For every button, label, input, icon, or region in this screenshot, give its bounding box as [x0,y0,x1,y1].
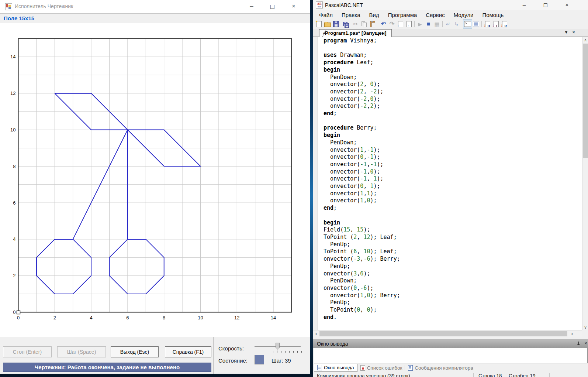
menu-item-file[interactable]: Файл [315,12,337,18]
document-icon [408,365,413,371]
menu-item-help[interactable]: Помощь [478,12,508,18]
menu-item-view[interactable]: Вид [365,12,384,18]
code-line: begin [324,66,578,74]
close-icon[interactable]: × [562,1,572,8]
save-all-icon[interactable] [340,20,349,28]
format-back-icon[interactable]: ↵ [444,20,452,28]
minimize-icon[interactable]: – [519,1,529,8]
ide-window-title: PascalABC.NET [325,2,363,8]
code-line: program Vishnya; [324,37,578,45]
output-panel-header: Окно вывода × [313,339,588,348]
tab-list-dropdown-icon[interactable]: ▼ [563,30,569,34]
code-line: end. [324,314,578,321]
error-list-icon [360,365,365,371]
code-line: onvector(1,1); [324,190,578,198]
step-button[interactable]: Шаг (Space) [57,346,106,357]
menu-item-service[interactable]: Сервис [421,12,449,18]
code-line: onvector(3,6); [324,270,578,278]
editor-vertical-scrollbar[interactable]: ∧ ∨ [582,37,588,330]
code-line: onvector(0, 1); [324,183,578,190]
figure-berry-1 [37,239,91,294]
output-console[interactable] [314,348,588,363]
code-line: ToPoint (6, 10); Leaf; [324,248,578,256]
svg-text:10: 10 [198,315,203,321]
slider-tick [277,351,277,353]
goto-next-icon[interactable]: → [405,20,413,28]
tab-close-icon[interactable]: × [571,29,577,35]
code-line: PenDown; [324,139,578,147]
stop-icon[interactable]: ■ [424,20,433,28]
slider-tick [301,351,302,353]
menu-item-program[interactable]: Программа [384,12,422,18]
format-fwd-icon[interactable]: ↳ [452,20,461,28]
redo-icon[interactable]: ↷ [388,20,396,28]
svg-text:4: 4 [90,315,92,321]
new-file-icon[interactable]: ✦ [315,20,323,28]
svg-text:0: 0 [13,309,15,315]
lmachine-module-icon[interactable]: ↓L [491,20,500,28]
scroll-left-icon[interactable]: ‹ [313,330,319,337]
maximize-icon[interactable]: ◻ [267,3,278,10]
code-line: onvector(2, 0); [324,81,578,88]
output-window-icon[interactable] [472,20,480,28]
menu-item-edit[interactable]: Правка [337,12,365,18]
toolbar-separator [378,21,378,27]
run-icon[interactable]: ▶ [416,20,424,28]
svg-text:0: 0 [17,315,20,321]
slider-tick [293,351,294,353]
close-icon[interactable]: × [288,3,299,10]
status-banner: Чертежник: Работа окончена, задание не в… [3,363,211,372]
drawman-control-panel: Стоп (Enter)Шаг (Space)Выход (Esc)Справк… [0,337,310,374]
copy-icon[interactable] [360,20,368,28]
svg-text:12: 12 [10,90,15,96]
pin-icon[interactable] [577,342,581,346]
cursor-column-indicator: Столбец 19 [509,373,535,377]
svg-text:2: 2 [13,273,15,278]
minimize-icon[interactable]: – [246,3,257,10]
document-icon [317,365,322,370]
code-text: program Vishnya; uses Drawman;procedure … [324,37,578,329]
pascalabc-window: ABnet PascalABC.NET – ◻ × ФайлПравкаВидП… [313,0,588,377]
save-icon[interactable] [332,20,340,28]
slider-tick [261,351,261,353]
field-size-label: Поле 15x15 [4,15,34,21]
vertical-scroll-thumb[interactable] [583,44,588,158]
console-window-icon[interactable]: >_ [463,20,472,28]
status-separator [473,373,474,377]
code-line: onvector(2, -2); [324,88,578,96]
drawman-module-icon[interactable]: ↓D [483,20,491,28]
editor-horizontal-scrollbar[interactable]: ‹ › [313,330,582,337]
code-line: begin [324,219,578,227]
menu-item-modules[interactable]: Модули [449,12,478,18]
breakpoints-icon[interactable]: ▦ [433,20,441,28]
tab-output[interactable]: Окно вывода [314,364,357,372]
horizontal-scroll-thumb[interactable] [319,331,567,336]
output-close-icon[interactable]: × [583,340,588,346]
robot-module-icon[interactable]: ↓R [500,20,508,28]
scroll-up-icon[interactable]: ∧ [582,37,588,43]
paste-icon[interactable] [368,20,377,28]
tab-program1[interactable]: •Program1.pas* [Запущен] [319,29,392,37]
scroll-down-icon[interactable]: ∨ [582,324,588,330]
code-line: end; [324,205,578,212]
stop-button[interactable]: Стоп (Enter) [3,346,52,357]
help-button[interactable]: Справка (F1) [165,346,211,357]
speed-slider-thumb[interactable] [276,343,280,350]
open-file-icon[interactable] [323,20,332,28]
undo-icon[interactable]: ↶ [379,20,388,28]
cut-icon[interactable]: ✂ [351,20,360,28]
code-line [324,212,578,219]
tab-compiler[interactable]: Сообщения компилятора [405,364,476,372]
editor-gutter [314,37,318,330]
goto-prev-icon[interactable]: ← [396,20,405,28]
output-panel-title: Окно вывода [317,341,348,347]
maximize-icon[interactable]: ◻ [540,1,551,8]
exit-button[interactable]: Выход (Esc) [111,346,159,357]
code-line: Field(15, 15); [324,226,578,234]
status-separator [549,373,550,377]
scroll-right-icon[interactable]: › [569,330,575,337]
speed-slider-ticks [257,351,302,353]
slider-tick [269,351,269,353]
toolbar-separator [350,21,350,27]
tab-errors[interactable]: Список ошибок [357,364,405,372]
